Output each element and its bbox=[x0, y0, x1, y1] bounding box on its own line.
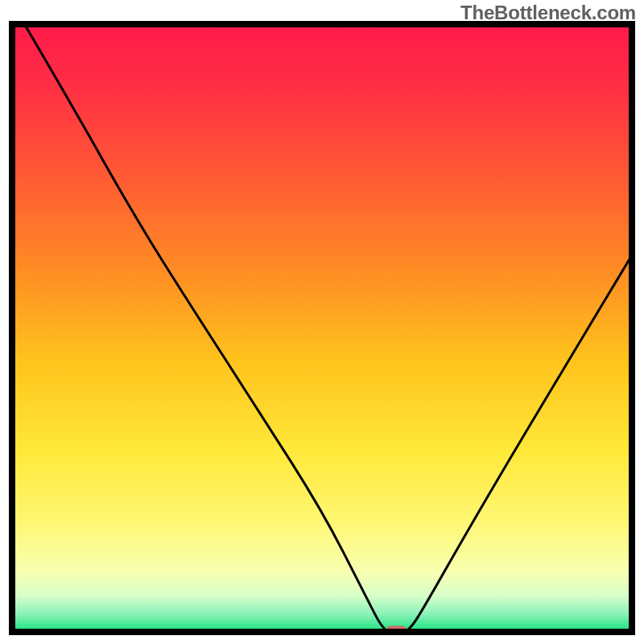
watermark-text: TheBottleneck.com bbox=[460, 2, 636, 24]
heatmap-background bbox=[12, 24, 632, 632]
bottleneck-chart bbox=[0, 0, 644, 644]
